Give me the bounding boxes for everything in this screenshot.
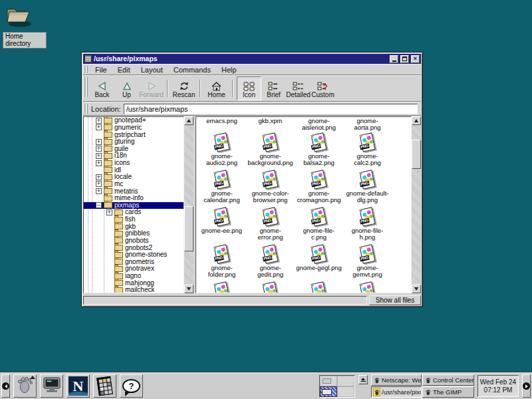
pager-desktop-3-active[interactable] bbox=[320, 386, 337, 397]
tree-item-idl[interactable]: idl bbox=[84, 166, 184, 174]
tree-item-fish[interactable]: fish bbox=[84, 216, 184, 223]
tree-expander-expand-icon[interactable]: + bbox=[96, 139, 102, 145]
window-menu-icon[interactable] bbox=[84, 55, 92, 63]
tree-item-mime-info[interactable]: mime-info bbox=[84, 195, 184, 202]
menu-edit[interactable]: Edit bbox=[112, 65, 136, 74]
launcher-main-menu-button[interactable] bbox=[13, 374, 37, 398]
toolbar-button-forward[interactable]: Forward bbox=[139, 76, 164, 100]
home-directory-desktop-icon[interactable]: Home directory bbox=[3, 3, 47, 49]
tree-item-icons[interactable]: +icons bbox=[84, 160, 184, 167]
toolbar-button-rescan[interactable]: Rescan bbox=[172, 76, 196, 100]
tree-item-gkb[interactable]: gkb bbox=[84, 223, 184, 230]
tree-item-mahjongg[interactable]: mahjongg bbox=[84, 279, 184, 287]
launcher-netscape-button[interactable]: N bbox=[66, 374, 90, 398]
menu-help[interactable]: Help bbox=[216, 65, 242, 74]
tree-item-mailcheck[interactable]: mailcheck bbox=[84, 287, 184, 293]
desktop-pager[interactable] bbox=[319, 375, 355, 398]
toolbar-button-custom[interactable]: ?Custom bbox=[311, 76, 335, 100]
tree-item-gnotravex[interactable]: gnotravex bbox=[84, 265, 184, 273]
tree-item-metatris[interactable]: +metatris bbox=[84, 188, 184, 195]
menu-file[interactable]: File bbox=[90, 65, 112, 74]
file-item-gnome-balsa2.png[interactable]: PNGgnome-balsa2.png bbox=[295, 133, 343, 166]
panel-clock[interactable]: Wed Feb 24 07:12 PM bbox=[477, 375, 519, 397]
icon-view-scrollbar[interactable] bbox=[412, 116, 421, 293]
tree-item-gnibbles[interactable]: gnibbles bbox=[84, 230, 184, 237]
task-button[interactable]: /usr/share/pixm... bbox=[371, 386, 422, 398]
tree-expander-expand-icon[interactable]: + bbox=[96, 124, 102, 130]
file-item[interactable]: PNG bbox=[246, 282, 295, 293]
file-item-gnome-ee.png[interactable]: PNGgnome-ee.png bbox=[198, 207, 246, 241]
tree-item-gnobots2[interactable]: gnobots2 bbox=[84, 244, 184, 251]
home-folder-icon[interactable] bbox=[3, 19, 33, 30]
tree-expander-expand-icon[interactable]: + bbox=[96, 188, 102, 194]
file-item-gnome-cromagnon.png[interactable]: PNGgnome-cromagnon.png bbox=[295, 170, 343, 203]
tree-item-mc[interactable]: +mc bbox=[84, 181, 184, 188]
task-button[interactable]: Control Center bbox=[422, 374, 474, 386]
toolbar-grip-handle[interactable] bbox=[84, 77, 88, 97]
file-item-emacs.png[interactable]: emacs.png bbox=[198, 118, 246, 129]
toolbar-button-home[interactable]: Home bbox=[204, 76, 229, 100]
window-titlebar[interactable]: /usr/share/pixmaps × bbox=[83, 54, 421, 64]
tree-expander-collapse-icon[interactable]: − bbox=[96, 202, 102, 208]
tree-item-gturing[interactable]: +gturing bbox=[84, 138, 184, 146]
maximize-button[interactable] bbox=[400, 55, 409, 63]
menu-commands[interactable]: Commands bbox=[168, 65, 216, 74]
toolbar-button-detailed[interactable]: Detailed bbox=[286, 76, 311, 100]
tree-item-iagno[interactable]: iagno bbox=[84, 273, 184, 280]
file-item-gnome-aisleriot.png[interactable]: gnome-aisleriot.png bbox=[295, 118, 343, 129]
tree-expander-expand-icon[interactable]: + bbox=[96, 160, 102, 166]
file-item[interactable]: PNG bbox=[295, 282, 343, 293]
iconview-scrollbar-thumb[interactable] bbox=[412, 140, 421, 169]
file-item-gnome-background.png[interactable]: PNGgnome-background.png bbox=[246, 133, 295, 166]
locationbar-grip-handle[interactable] bbox=[84, 104, 88, 114]
file-item-gnome-error.png[interactable]: PNGgnome-error.png bbox=[246, 207, 295, 241]
menubar-grip-handle[interactable] bbox=[84, 66, 88, 73]
file-item-gnome-default-dlg.png[interactable]: PNGgnome-default-dlg.png bbox=[343, 170, 392, 203]
task-button[interactable]: Netscape: Welc... bbox=[371, 374, 422, 386]
file-item-gnome-gegl.png[interactable]: PNGgnome-gegl.png bbox=[295, 245, 343, 278]
menu-layout[interactable]: Layout bbox=[136, 65, 168, 74]
tree-item-gstripchart[interactable]: gstripchart bbox=[84, 131, 184, 138]
tree-item-cards[interactable]: +cards bbox=[84, 209, 184, 216]
iconview-scroll-down-button[interactable] bbox=[412, 285, 421, 293]
tree-item-gnumeric[interactable]: +gnumeric bbox=[84, 124, 184, 132]
minimize-button[interactable] bbox=[390, 55, 398, 63]
file-item-gnome-calendar.png[interactable]: PNGgnome-calendar.png bbox=[198, 170, 246, 203]
filter-status[interactable]: Show all files bbox=[369, 295, 421, 305]
file-item-gnome-calc2.png[interactable]: PNGgnome-calc2.png bbox=[343, 133, 392, 166]
location-input[interactable] bbox=[124, 104, 418, 114]
file-item-gnome-color-browser.png[interactable]: PNGgnome-color-browser.png bbox=[246, 170, 295, 203]
tree-item-gnotepad+[interactable]: +gnotepad+ bbox=[84, 117, 184, 124]
toolbar-button-icon[interactable]: Icon bbox=[237, 76, 261, 100]
launcher-keypad-button[interactable] bbox=[93, 374, 116, 398]
file-item-gnome-gemvt.png[interactable]: PNGgnome-gemvt.png bbox=[343, 245, 392, 278]
panel-hide-left-button[interactable] bbox=[1, 374, 10, 398]
tree-expander-expand-icon[interactable]: + bbox=[96, 118, 102, 124]
pager-desktop-1[interactable] bbox=[320, 376, 337, 386]
close-button[interactable]: × bbox=[411, 55, 420, 63]
tree-expander-expand-icon[interactable]: + bbox=[106, 209, 112, 215]
task-button[interactable]: The GIMP bbox=[422, 386, 474, 398]
tree-scrollbar[interactable] bbox=[184, 116, 194, 293]
tree-expander-expand-icon[interactable]: + bbox=[96, 153, 102, 159]
tree-expander-expand-icon[interactable]: + bbox=[96, 181, 102, 187]
panel-hide-right-button[interactable] bbox=[522, 374, 531, 398]
file-item-gnome-gedit.png[interactable]: PNGgnome-gedit.png bbox=[246, 245, 295, 278]
tree-expander-expand-icon[interactable]: + bbox=[96, 146, 102, 152]
tree-item-gnobots[interactable]: gnobots bbox=[84, 237, 184, 245]
toolbar-button-back[interactable]: Back bbox=[90, 76, 114, 100]
file-item-gnome-aorta.png[interactable]: gnome-aorta.png bbox=[343, 118, 392, 129]
tree-expander-expand-icon[interactable]: + bbox=[96, 174, 102, 180]
launcher-terminal-button[interactable] bbox=[40, 374, 63, 398]
pager-desktop-2[interactable] bbox=[337, 376, 354, 386]
tree-item-i18n[interactable]: +i18n bbox=[84, 152, 184, 160]
file-item-gkb.xpm[interactable]: gkb.xpm bbox=[246, 118, 295, 129]
tree-scroll-down-button[interactable] bbox=[184, 285, 194, 293]
file-item[interactable]: PNG bbox=[343, 282, 392, 293]
file-item[interactable]: PNG bbox=[198, 282, 246, 293]
tree-item-guile[interactable]: +guile bbox=[84, 146, 184, 153]
tree-scroll-up-button[interactable] bbox=[184, 116, 194, 125]
file-item-gnome-audio2.png[interactable]: PNGgnome-audio2.png bbox=[198, 133, 246, 166]
tree-scrollbar-thumb[interactable] bbox=[184, 206, 194, 251]
file-item-gnome-folder.png[interactable]: PNGgnome-folder.png bbox=[198, 245, 246, 278]
